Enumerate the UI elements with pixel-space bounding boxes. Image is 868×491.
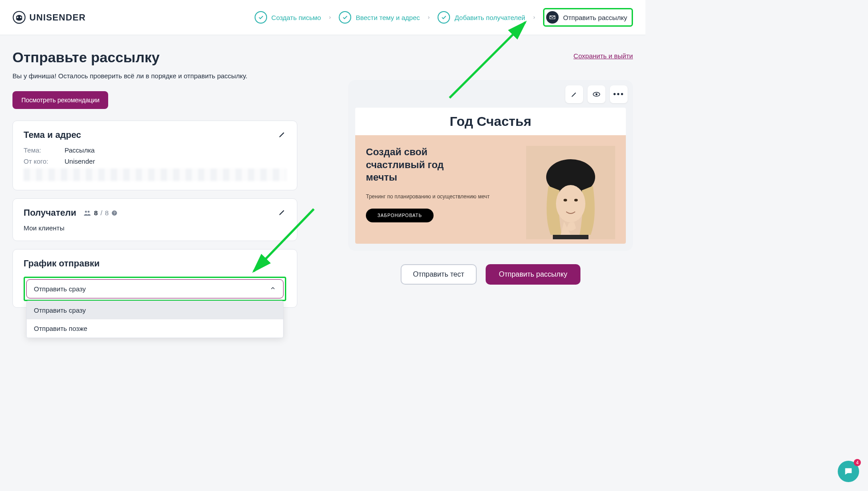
step-label: Ввести тему и адрес	[356, 14, 420, 21]
svg-text:?: ?	[114, 211, 116, 215]
schedule-dropdown: Отправить сразу Отправить позже	[26, 301, 284, 338]
edit-preview-button[interactable]	[565, 85, 583, 103]
users-icon	[83, 209, 91, 217]
step-subject[interactable]: Ввести тему и адрес	[339, 11, 420, 24]
schedule-card: График отправки Отправить сразу Отправит…	[12, 249, 297, 308]
step-recipients[interactable]: Добавить получателей	[438, 11, 525, 24]
svg-point-13	[564, 199, 567, 201]
card-title: График отправки	[24, 258, 286, 269]
check-icon	[339, 11, 351, 24]
chevron-right-icon: ›	[533, 14, 535, 20]
svg-point-2	[20, 16, 21, 18]
svg-point-14	[574, 199, 578, 201]
header: UNISENDER Создать письмо › Ввести тему и…	[0, 0, 645, 35]
check-icon	[438, 11, 450, 24]
schedule-selected: Отправить сразу	[34, 285, 86, 293]
step-create[interactable]: Создать письмо	[255, 11, 321, 24]
subject-label: Тема:	[24, 146, 56, 154]
help-icon[interactable]: ?	[111, 210, 118, 216]
svg-point-1	[17, 16, 18, 18]
hero-image	[526, 146, 615, 239]
blurred-area	[24, 169, 286, 181]
page-title: Отправьте рассылку	[12, 49, 297, 66]
subject-value: Рассылка	[65, 146, 95, 154]
preview-panel: ••• Год Счастья Создай свой счастливый г…	[348, 80, 633, 251]
pencil-icon	[571, 91, 578, 98]
view-preview-button[interactable]	[588, 85, 605, 103]
from-value: Unisender	[65, 157, 95, 165]
more-preview-button[interactable]: •••	[610, 85, 628, 103]
envelope-icon	[546, 11, 559, 24]
page-subtitle: Вы у финиша! Осталось проверить всё ли в…	[12, 72, 297, 80]
email-heading: Год Счастья	[355, 108, 626, 135]
svg-rect-11	[551, 170, 591, 181]
step-label: Создать письмо	[272, 14, 321, 21]
hero-sub: Тренинг по планированию и осуществлению …	[366, 193, 519, 201]
svg-point-3	[85, 210, 87, 213]
more-icon: •••	[613, 90, 625, 99]
svg-point-4	[88, 210, 90, 213]
send-campaign-button[interactable]: Отправить рассылку	[486, 264, 581, 285]
chevron-right-icon: ›	[329, 14, 331, 20]
logo-text: UNISENDER	[29, 12, 86, 23]
step-label: Добавить получателей	[454, 14, 525, 21]
card-title: Получатели	[24, 208, 76, 218]
recipients-card: Получатели 8 / 8 ? Мои клиенты	[12, 198, 297, 241]
step-send[interactable]: Отправить рассылку	[543, 8, 633, 27]
schedule-option-now[interactable]: Отправить сразу	[27, 301, 283, 319]
email-preview: Год Счастья Создай свой счастливый год м…	[355, 108, 626, 244]
hero-title: Создай свой счастливый год мечты	[366, 146, 519, 184]
chevron-right-icon: ›	[428, 14, 430, 20]
recommendations-button[interactable]: Посмотреть рекомендации	[12, 91, 108, 109]
svg-rect-15	[553, 235, 588, 239]
logo-icon	[12, 11, 26, 24]
step-label: Отправить рассылку	[563, 14, 627, 21]
logo[interactable]: UNISENDER	[12, 11, 86, 24]
save-exit-link[interactable]: Сохранить и выйти	[573, 52, 633, 60]
chevron-up-icon	[270, 285, 276, 293]
recipients-list-name: Мои клиенты	[24, 224, 286, 232]
book-button[interactable]: ЗАБРОНИРОВАТЬ	[366, 209, 434, 222]
subject-card: Тема и адрес Тема: Рассылка От кого: Uni…	[12, 121, 297, 190]
svg-point-12	[556, 185, 585, 222]
card-title: Тема и адрес	[24, 130, 81, 140]
eye-icon	[592, 90, 600, 98]
svg-point-8	[596, 93, 598, 96]
from-label: От кого:	[24, 157, 56, 165]
steps: Создать письмо › Ввести тему и адрес › Д…	[255, 8, 633, 27]
schedule-select[interactable]: Отправить сразу	[26, 279, 284, 298]
pencil-icon[interactable]	[278, 208, 286, 218]
recipients-count: 8 / 8 ?	[83, 209, 118, 217]
pencil-icon[interactable]	[278, 130, 286, 140]
schedule-option-later[interactable]: Отправить позже	[27, 319, 283, 338]
send-test-button[interactable]: Отправить тест	[401, 264, 477, 285]
check-icon	[255, 11, 267, 24]
